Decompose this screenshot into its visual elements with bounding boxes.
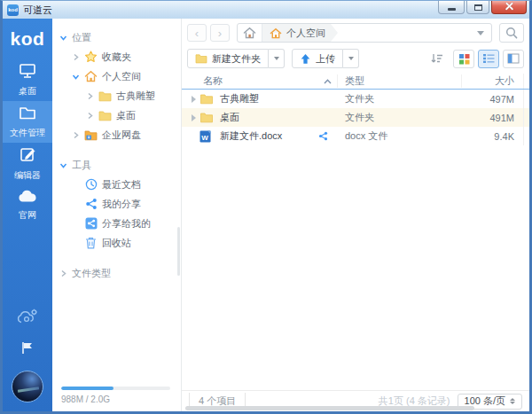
tree-item-label: 企业网盘 bbox=[102, 129, 141, 142]
column-header-size[interactable]: 大小 bbox=[461, 74, 523, 88]
chevron-right-icon[interactable] bbox=[72, 53, 80, 61]
chevron-down-icon bbox=[348, 57, 354, 60]
tree-section-label: 工具 bbox=[72, 159, 91, 172]
close-button[interactable] bbox=[491, 1, 527, 14]
upload-dropdown[interactable] bbox=[343, 49, 359, 68]
rail-item-file-manager[interactable]: 文件管理 bbox=[3, 101, 52, 143]
sort-asc-icon bbox=[324, 79, 332, 84]
chevron-right-icon[interactable] bbox=[72, 131, 80, 139]
table-row-folder-classical[interactable]: 古典雕塑 文件夹 497M bbox=[182, 90, 529, 108]
row-expander-icon[interactable] bbox=[187, 96, 200, 103]
tree-item-enterprise-drive[interactable]: 企业网盘 bbox=[52, 125, 181, 145]
storage-fill bbox=[61, 387, 113, 390]
star-icon bbox=[84, 51, 98, 64]
toolbar: 新建文件夹 上传 bbox=[182, 45, 529, 74]
chevron-down-icon bbox=[274, 57, 279, 60]
scrollbar-thumb[interactable] bbox=[185, 406, 474, 410]
sidebar-tree: 位置 收藏夹 个人空间 古典雕塑 bbox=[52, 19, 182, 411]
rail-item-website[interactable]: 官网 bbox=[3, 184, 52, 226]
kod-brand-logo: kod bbox=[3, 19, 52, 59]
chevron-down-icon[interactable] bbox=[72, 73, 80, 81]
tree-section-file-types[interactable]: 文件类型 bbox=[52, 263, 181, 283]
upload-icon bbox=[300, 53, 311, 65]
rail-item-desktop[interactable]: 桌面 bbox=[3, 59, 52, 101]
address-dropdown-icon[interactable] bbox=[477, 31, 484, 35]
grid-view-button[interactable] bbox=[453, 50, 474, 68]
file-name: 古典雕塑 bbox=[220, 92, 259, 105]
column-header-name[interactable]: 名称 bbox=[182, 74, 337, 88]
tree-item-shared-with-me[interactable]: 分享给我的 bbox=[52, 214, 181, 233]
file-type: 文件夹 bbox=[337, 111, 461, 124]
split-view-button[interactable] bbox=[503, 50, 524, 68]
close-icon bbox=[505, 3, 514, 11]
folder-icon bbox=[98, 90, 112, 103]
minimize-button[interactable] bbox=[438, 1, 465, 14]
window-title: 可道云 bbox=[23, 4, 52, 17]
tree-section-tools[interactable]: 工具 bbox=[52, 155, 181, 175]
storage-usage: 988M / 2.0G bbox=[61, 387, 170, 404]
desktop-icon bbox=[19, 63, 36, 82]
user-avatar[interactable] bbox=[12, 371, 43, 402]
chevron-right-icon[interactable] bbox=[86, 112, 94, 120]
sort-order-button[interactable] bbox=[430, 52, 444, 65]
file-size: 491M bbox=[461, 113, 523, 123]
file-name: 桌面 bbox=[220, 111, 239, 124]
tree-item-label: 收藏夹 bbox=[102, 51, 131, 64]
search-button[interactable] bbox=[499, 23, 524, 43]
clock-icon bbox=[84, 178, 98, 191]
new-folder-split-button: 新建文件夹 bbox=[187, 49, 285, 68]
file-name: 新建文件.docx bbox=[220, 129, 282, 143]
chevron-down-icon bbox=[59, 161, 67, 169]
main-panel: ‹ › 个人空间 bbox=[182, 19, 529, 411]
horizontal-scrollbar[interactable] bbox=[185, 406, 526, 410]
rail-item-label: 编辑器 bbox=[14, 169, 41, 182]
breadcrumb-container[interactable]: 个人空间 bbox=[237, 23, 492, 43]
tree-item-recent-docs[interactable]: 最近文档 bbox=[52, 175, 181, 194]
folder-icon bbox=[200, 92, 214, 105]
nav-rail: kod 桌面 文件管理 编辑器 bbox=[3, 19, 52, 411]
tree-item-label: 回收站 bbox=[102, 237, 131, 250]
sidebar-scrollbar[interactable] bbox=[177, 227, 180, 276]
table-row-docx-file[interactable]: W 新建文件.docx docx 文件 9.4K bbox=[182, 127, 529, 145]
forward-button[interactable]: › bbox=[210, 24, 230, 42]
cloud-settings-icon[interactable] bbox=[16, 308, 40, 329]
flag-icon[interactable] bbox=[21, 341, 34, 358]
home-button[interactable] bbox=[238, 24, 262, 42]
column-label: 大小 bbox=[495, 75, 514, 86]
editor-icon bbox=[20, 146, 36, 167]
row-edge bbox=[523, 90, 529, 108]
tree-item-folder-classical[interactable]: 古典雕塑 bbox=[52, 86, 181, 105]
split-view-icon bbox=[507, 53, 520, 64]
folder-icon bbox=[98, 109, 112, 122]
new-folder-button[interactable]: 新建文件夹 bbox=[187, 49, 269, 68]
titlebar[interactable]: kod 可道云 bbox=[3, 1, 529, 19]
back-button[interactable]: ‹ bbox=[187, 24, 207, 42]
file-size: 9.4K bbox=[461, 131, 523, 142]
tree-item-favorites[interactable]: 收藏夹 bbox=[52, 47, 181, 66]
new-folder-dropdown[interactable] bbox=[269, 49, 285, 68]
home-icon bbox=[243, 27, 256, 39]
row-expander-icon[interactable] bbox=[187, 114, 200, 121]
table-row-folder-desktop[interactable]: 桌面 文件夹 491M bbox=[182, 108, 529, 127]
column-header-type[interactable]: 类型 bbox=[337, 74, 461, 88]
tree-item-folder-desktop[interactable]: 桌面 bbox=[52, 105, 181, 125]
tree-item-my-shares[interactable]: 我的分享 bbox=[52, 194, 181, 214]
tree-item-label: 我的分享 bbox=[102, 198, 141, 211]
list-view-button[interactable] bbox=[478, 50, 499, 68]
new-folder-icon bbox=[195, 53, 207, 64]
tree-section-location[interactable]: 位置 bbox=[52, 27, 181, 47]
rail-item-editor[interactable]: 编辑器 bbox=[3, 143, 52, 184]
tree-item-recycle-bin[interactable]: 回收站 bbox=[52, 233, 181, 253]
upload-button[interactable]: 上传 bbox=[292, 49, 343, 68]
chevron-right-icon[interactable] bbox=[86, 92, 94, 100]
trash-icon bbox=[84, 237, 98, 250]
enterprise-folder-icon bbox=[84, 129, 98, 142]
storage-label: 988M / 2.0G bbox=[61, 394, 170, 404]
file-size: 497M bbox=[461, 94, 523, 105]
cloud-icon bbox=[18, 190, 37, 207]
breadcrumb-item-personal-space[interactable]: 个人空间 bbox=[262, 24, 338, 42]
tree-item-personal-space[interactable]: 个人空间 bbox=[52, 66, 181, 86]
maximize-button[interactable] bbox=[466, 1, 489, 14]
file-type: 文件夹 bbox=[337, 92, 461, 105]
tree-item-label: 古典雕塑 bbox=[116, 90, 155, 103]
